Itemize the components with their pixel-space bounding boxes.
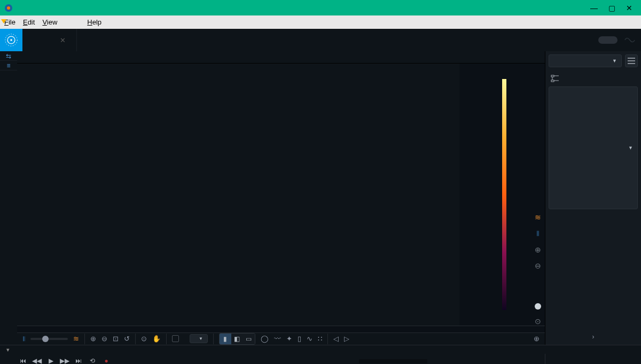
vertical-toolbar: ≋ ⦀ ⊕ ⊖ ⊙: [531, 64, 545, 326]
window-titlebar: — ▢ ✕: [0, 0, 641, 15]
zoom-out-icon[interactable]: ⊖: [101, 335, 107, 343]
bottom-toolbar: ⦀ ≋ ⊕ ⊖ ⊡ ↺ ⊙ ✋ ▼ ▮ ◧ ▭ ◯ 〰 ✦ ▯ ∿: [17, 333, 545, 345]
minimize-button[interactable]: —: [590, 4, 598, 12]
forward-end-icon[interactable]: ⏭: [73, 355, 84, 364]
brand-badge: [22, 38, 31, 42]
lasso-tool-icon[interactable]: ◯: [261, 335, 269, 343]
file-tab[interactable]: ✕: [31, 29, 77, 51]
spectrum-display-icon[interactable]: ≋: [73, 335, 79, 343]
menu-view[interactable]: View: [42, 18, 57, 26]
harmonic-tool-icon[interactable]: ∿: [307, 335, 312, 343]
rewind-icon[interactable]: ◀◀: [31, 355, 43, 364]
freq-select-icon[interactable]: ▭: [243, 334, 255, 344]
overview-toggle-icon[interactable]: ≡: [0, 61, 17, 70]
app-icon: [4, 4, 13, 12]
zoom-reset-icon[interactable]: ↺: [124, 335, 130, 343]
module-list: [545, 211, 641, 329]
spectrum-mode-icon[interactable]: ≋: [535, 213, 541, 221]
tab-close-icon[interactable]: ✕: [60, 36, 66, 44]
freq-ruler: [475, 64, 499, 326]
forward-icon[interactable]: ▶▶: [59, 355, 71, 364]
channel-right-label: [0, 208, 17, 345]
waveform-mode-icon[interactable]: ⦀: [536, 229, 540, 238]
zoom-out-v-icon[interactable]: ⊖: [535, 262, 541, 270]
select-tool-icon[interactable]: ⊙: [141, 335, 147, 343]
spectrogram-colorbar: [499, 64, 510, 326]
svg-rect-5: [551, 75, 554, 77]
next-event-icon[interactable]: ▷: [344, 335, 349, 343]
maximize-button[interactable]: ▢: [608, 4, 615, 12]
brush-tool-icon[interactable]: 〰: [274, 335, 281, 343]
selection-mode-group: ▮ ◧ ▭: [219, 333, 255, 345]
svg-point-4: [10, 39, 12, 41]
menu-bar: File Edit View Help: [0, 15, 641, 29]
vertical-zoom-slider[interactable]: [537, 278, 539, 310]
module-category-dropdown[interactable]: ▼: [549, 86, 638, 209]
module-menu-button[interactable]: [625, 54, 638, 67]
time-select-icon[interactable]: ▮: [220, 334, 231, 344]
module-filter-dropdown[interactable]: ▼: [549, 54, 622, 67]
find-similar-icon[interactable]: ∷: [318, 335, 322, 343]
db-ruler: [459, 64, 475, 326]
prev-event-icon[interactable]: ◁: [333, 335, 339, 343]
loop-icon[interactable]: ⟲: [87, 355, 98, 364]
blend-slider[interactable]: [30, 338, 68, 340]
waveform-display-icon[interactable]: ⦀: [22, 335, 25, 343]
time-ruler[interactable]: [17, 326, 545, 333]
instant-process-checkbox[interactable]: [172, 335, 179, 342]
expand-sidebar-icon[interactable]: ›: [592, 333, 595, 341]
spectrogram-view[interactable]: [17, 64, 459, 326]
time-format-label[interactable]: ▾: [6, 346, 10, 353]
repair-assistant-icon: [622, 32, 638, 48]
app-header: ✕: [0, 29, 641, 51]
zoom-fit-v-icon[interactable]: ⊙: [535, 317, 541, 326]
svg-rect-6: [551, 80, 554, 82]
right-sidebar: ▼ ▼ ›: [545, 51, 641, 345]
wand-tool-icon[interactable]: ✦: [286, 335, 292, 343]
zoom-sel-icon[interactable]: ⊡: [113, 335, 119, 343]
channel-left-label: [0, 70, 17, 208]
menu-edit[interactable]: Edit: [23, 18, 35, 26]
logo-icon: [0, 29, 22, 51]
attenuate-select[interactable]: ▼: [190, 334, 208, 343]
grab-tool-icon[interactable]: ✋: [152, 335, 161, 343]
left-gutter: ⇆ ≡: [0, 51, 17, 345]
close-button[interactable]: ✕: [626, 4, 632, 12]
history-panel[interactable]: [545, 354, 641, 364]
module-chain-header[interactable]: [545, 70, 641, 86]
zoom-in-icon[interactable]: ⊕: [90, 335, 96, 343]
timefreq-select-icon[interactable]: ◧: [231, 334, 243, 344]
chain-icon: [551, 75, 559, 82]
level-meter: [356, 354, 431, 364]
menu-help[interactable]: Help: [87, 18, 101, 26]
record-icon[interactable]: ●: [100, 355, 112, 364]
play-icon[interactable]: ▶: [45, 355, 57, 364]
overview-collapse-icon[interactable]: ⇆: [0, 51, 17, 61]
selection-info: [431, 354, 545, 364]
rewind-start-icon[interactable]: ⏮: [17, 355, 29, 364]
zoom-in-v-icon[interactable]: ⊕: [535, 246, 541, 254]
transport-controls: ⏮ ◀◀ ▶ ▶▶ ⏭ ⟲ ●: [17, 355, 112, 364]
region-tool-icon[interactable]: ▯: [298, 335, 301, 343]
playhead-marker-icon[interactable]: [1, 19, 6, 25]
overview-strip[interactable]: [17, 51, 545, 64]
status-bar: ▾ ⏮ ◀◀ ▶ ▶▶ ⏭ ⟲ ●: [0, 345, 641, 364]
zoom-fit-h-icon[interactable]: ⊕: [534, 335, 540, 343]
spectrogram-scale: [510, 64, 531, 326]
repair-assistant-button[interactable]: [598, 36, 617, 44]
svg-point-1: [7, 6, 10, 10]
